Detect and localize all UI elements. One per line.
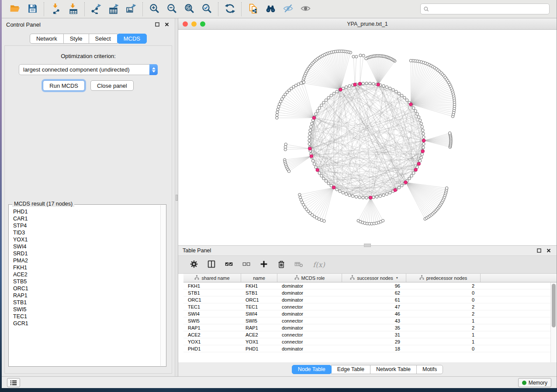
cell-name: SWI5 xyxy=(241,318,277,323)
mcds-result-node[interactable]: ORC1 xyxy=(10,285,160,292)
table-tab-network-table[interactable]: Network Table xyxy=(370,365,417,374)
refresh-layout-button[interactable] xyxy=(221,2,239,17)
cell-successor-nodes: 62 xyxy=(342,290,406,296)
mcds-result-node[interactable]: TEC1 xyxy=(10,313,160,320)
add-row-button[interactable] xyxy=(257,258,271,272)
mcds-result-node[interactable]: SRD1 xyxy=(10,250,160,257)
export-image-button[interactable] xyxy=(122,2,140,17)
table-tab-edge-table[interactable]: Edge Table xyxy=(331,365,370,374)
table-row[interactable]: RAP1RAP1dominator352 xyxy=(183,324,557,331)
import-network-button[interactable] xyxy=(47,2,64,17)
optimization-criterion-select[interactable]: largest connected component (undirected) xyxy=(19,64,158,75)
mcds-result-node[interactable]: SWI5 xyxy=(10,306,160,313)
network-graph[interactable] xyxy=(178,30,557,245)
close-window-icon[interactable] xyxy=(183,21,188,27)
table-row[interactable]: FKH1FKH1dominator962 xyxy=(183,282,557,289)
split-panel-button[interactable] xyxy=(204,258,218,272)
search-input[interactable] xyxy=(431,5,547,14)
tab-style[interactable]: Style xyxy=(63,34,89,44)
status-bar: Memory xyxy=(2,376,557,389)
table-row[interactable]: ORC1ORC1dominator610 xyxy=(183,296,557,303)
close-table-panel-icon[interactable] xyxy=(545,247,552,254)
float-table-panel-icon[interactable] xyxy=(536,247,543,254)
column-header-predecessor-nodes[interactable]: predecessor nodes xyxy=(406,274,481,282)
horizontal-splitter-handle[interactable] xyxy=(364,244,371,247)
mcds-result-node[interactable]: RAP1 xyxy=(10,292,160,299)
mcds-result-node[interactable]: CAR1 xyxy=(10,215,160,222)
mcds-result-node[interactable]: GCR1 xyxy=(10,320,160,327)
network-canvas[interactable] xyxy=(178,30,557,245)
table-row[interactable]: ACE2ACE2connector311 xyxy=(183,331,557,338)
table-row[interactable]: SWI4SWI4dominator462 xyxy=(183,310,557,317)
table-row[interactable]: SWI5SWI5connector431 xyxy=(183,317,557,324)
close-panel-button[interactable]: Close panel xyxy=(90,80,134,91)
table-tab-motifs[interactable]: Motifs xyxy=(416,365,443,374)
import-table-button[interactable] xyxy=(64,2,82,17)
cell-name: PHD1 xyxy=(241,346,277,351)
cell-shared-name: SWI4 xyxy=(183,311,241,316)
minimize-window-icon[interactable] xyxy=(191,21,197,27)
mcds-result-node[interactable]: PHD1 xyxy=(10,208,160,215)
task-history-button[interactable] xyxy=(7,378,20,387)
table-scrollbar-thumb[interactable] xyxy=(552,284,556,327)
vertical-splitter[interactable] xyxy=(175,18,178,376)
tab-mcds[interactable]: MCDS xyxy=(117,34,147,44)
mcds-result-node[interactable]: STP4 xyxy=(10,222,160,229)
table-row[interactable]: TEC1TEC1connector472 xyxy=(183,303,557,310)
run-mcds-button[interactable]: Run MCDS xyxy=(43,80,85,91)
memory-button[interactable]: Memory xyxy=(518,378,551,387)
table-row[interactable]: PHD1PHD1dominator180 xyxy=(183,345,557,352)
table-body: FKH1FKH1dominator962STB1STB1dominator620… xyxy=(183,282,557,352)
select-all-button[interactable] xyxy=(222,258,236,272)
tab-select[interactable]: Select xyxy=(89,34,118,44)
mcds-result-node[interactable]: STB5 xyxy=(10,278,160,285)
export-network-button[interactable] xyxy=(87,2,105,17)
network-from-selection-button[interactable] xyxy=(244,2,262,17)
open-session-icon xyxy=(10,3,21,15)
find-button[interactable] xyxy=(262,2,279,17)
search-box[interactable] xyxy=(420,3,550,14)
zoom-fit-button[interactable] xyxy=(180,2,198,17)
unselect-all-button[interactable] xyxy=(239,258,253,272)
maximize-window-icon[interactable] xyxy=(200,21,205,27)
memory-status-icon xyxy=(522,381,526,385)
find-icon xyxy=(265,3,276,15)
delete-row-button[interactable] xyxy=(274,258,288,272)
column-header-name[interactable]: name xyxy=(241,274,277,282)
zoom-out-button[interactable] xyxy=(163,2,180,17)
table-row[interactable]: YOX1YOX1connector291 xyxy=(183,338,557,345)
mcds-result-node[interactable]: TID3 xyxy=(10,229,160,236)
zoom-in-button[interactable] xyxy=(145,2,163,17)
cell-MCDS-role: connector xyxy=(277,304,342,309)
open-session-button[interactable] xyxy=(6,2,24,17)
desktop: Control Panel NetworkStyleSelectMCDS Opt… xyxy=(0,0,557,392)
mcds-result-node[interactable]: ACE2 xyxy=(10,271,160,278)
zoom-selected-button[interactable] xyxy=(198,2,215,17)
cell-predecessor-nodes: 1 xyxy=(406,332,481,337)
cell-successor-nodes: 61 xyxy=(342,297,406,303)
float-panel-icon[interactable] xyxy=(154,21,161,28)
mcds-result-scrollbar[interactable] xyxy=(160,205,166,366)
table-panel-tabbar: Node TableEdge TableNetwork TableMotifs xyxy=(178,362,557,376)
column-header-successor-nodes[interactable]: successor nodes▾ xyxy=(342,274,406,282)
close-panel-icon[interactable] xyxy=(163,21,170,28)
mcds-result-node[interactable]: FKH1 xyxy=(10,264,160,271)
mcds-result-node[interactable]: STB1 xyxy=(10,299,160,306)
export-table-button[interactable] xyxy=(105,2,122,17)
tab-network[interactable]: Network xyxy=(30,34,64,44)
show-graphics-details-button[interactable] xyxy=(297,2,314,17)
mcds-result-node[interactable]: YOX1 xyxy=(10,236,160,243)
table-row[interactable]: STB1STB1dominator620 xyxy=(183,289,557,296)
mcds-result-node[interactable]: SWI4 xyxy=(10,243,160,250)
mcds-result-node[interactable]: PMA2 xyxy=(10,257,160,264)
cell-predecessor-nodes: 2 xyxy=(406,304,481,309)
table-tab-node-table[interactable]: Node Table xyxy=(292,365,332,374)
column-settings-button[interactable] xyxy=(187,258,201,272)
column-header-shared-name[interactable]: shared name xyxy=(183,274,241,282)
save-session-button[interactable] xyxy=(24,2,41,17)
vertical-splitter-handle[interactable] xyxy=(176,195,178,201)
column-header-MCDS-role[interactable]: MCDS role xyxy=(277,274,342,282)
table-scrollbar[interactable] xyxy=(550,282,557,362)
hide-graphics-details-button[interactable] xyxy=(279,2,297,17)
toolbar-separator xyxy=(241,2,242,16)
